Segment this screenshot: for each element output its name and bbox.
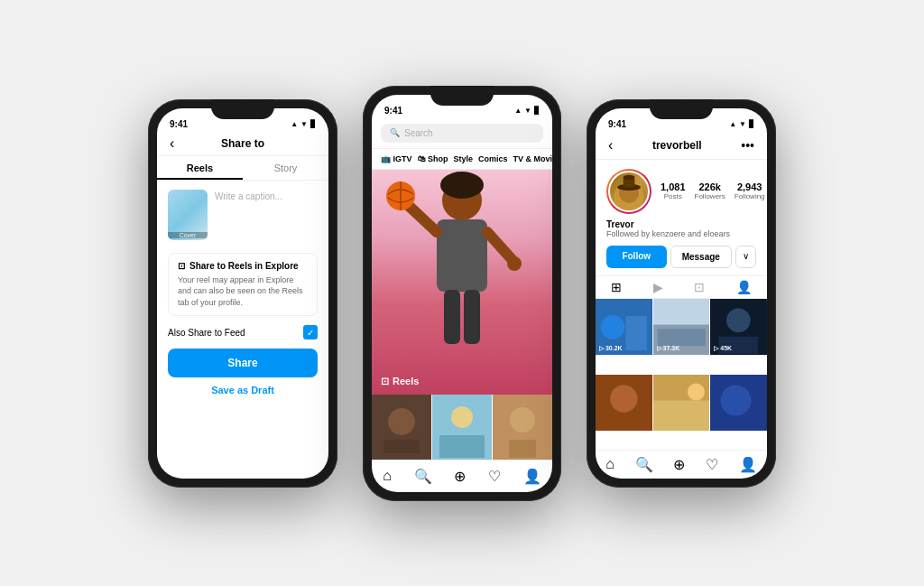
nav-home[interactable]: ⌂ [605, 456, 614, 472]
signal-icon: ▲ [729, 120, 736, 128]
following-count: 2,943 [735, 181, 765, 192]
grid-item-1[interactable] [372, 395, 431, 460]
nav-home[interactable]: ⌂ [383, 468, 392, 484]
cat-tv[interactable]: TV & Movi... [513, 154, 552, 163]
phone-3-screen: 9:41 ▲ ▼ ▊ ‹ trevorbell ••• [596, 108, 767, 479]
display-name: Trevor [606, 219, 756, 229]
battery-icon: ▊ [749, 120, 754, 128]
svg-rect-2 [437, 219, 487, 292]
phone-2: 9:41 ▲ ▼ ▊ 🔍 Search 📺 IGTV 🛍 Shop Style [363, 86, 561, 501]
grid-item-6[interactable] [710, 375, 767, 432]
back-button[interactable]: ‹ [170, 135, 174, 152]
explore-grid [372, 395, 552, 460]
nav-profile[interactable]: 👤 [739, 456, 757, 473]
svg-rect-9 [464, 290, 480, 344]
message-button[interactable]: Message [670, 246, 733, 268]
phone-1-screen: 9:41 ▲ ▼ ▊ ‹ Share to Reels Story [157, 108, 328, 479]
grid-item-2[interactable] [432, 395, 492, 460]
also-share-label: Also Share to Feed [168, 328, 245, 338]
person-illustration [381, 170, 543, 395]
svg-line-6 [487, 232, 512, 259]
svg-point-11 [388, 408, 415, 435]
svg-rect-12 [383, 440, 420, 453]
back-button[interactable]: ‹ [608, 137, 613, 153]
share-feed-checkbox[interactable]: ✓ [303, 325, 318, 340]
grid-item-5[interactable] [653, 375, 710, 432]
phone-3: 9:41 ▲ ▼ ▊ ‹ trevorbell ••• [587, 99, 776, 488]
phone-3-time: 9:41 [608, 119, 626, 129]
section-description: Your reel may appear in Explore and can … [178, 274, 308, 309]
video-thumbnail: Cover [168, 190, 208, 240]
media-caption-row: Cover Write a caption... [168, 190, 318, 240]
svg-point-37 [688, 383, 705, 400]
tagged-photos-icon[interactable]: 👤 [736, 280, 752, 294]
nav-heart[interactable]: ♡ [488, 468, 501, 485]
svg-rect-15 [439, 435, 485, 458]
more-options-icon[interactable]: ••• [741, 138, 754, 153]
phone-1-notch [211, 99, 274, 119]
svg-point-14 [451, 406, 473, 428]
section-title-row: ⊡ Share to Reels in Explore [178, 261, 308, 271]
nav-search[interactable]: 🔍 [635, 456, 653, 473]
phone-1-content: Cover Write a caption... ⊡ Share to Reel… [157, 181, 328, 479]
cat-igtv[interactable]: 📺 IGTV [381, 154, 412, 163]
view-count-1: ▷ 30.2K [599, 345, 623, 352]
avatar-image [608, 171, 650, 212]
phone-3-status-icons: ▲ ▼ ▊ [729, 120, 754, 128]
followers-count: 226k [695, 181, 725, 192]
follow-button[interactable]: Follow [606, 246, 667, 268]
nav-add[interactable]: ⊕ [673, 456, 685, 473]
svg-rect-29 [657, 329, 705, 346]
svg-rect-18 [509, 440, 536, 458]
svg-rect-26 [625, 315, 647, 349]
save-draft-button[interactable]: Save as Draft [168, 385, 318, 395]
caption-input[interactable]: Write a caption... [215, 190, 318, 240]
dropdown-button[interactable]: ∨ [735, 246, 756, 268]
phone-2-notch [430, 86, 494, 106]
signal-icon: ▲ [514, 107, 522, 115]
search-bar[interactable]: 🔍 Search [381, 124, 543, 143]
photo-grid: ▷ 30.2K ▷ 37.3K ▷ 45K [596, 299, 767, 450]
page-title: Share to [221, 137, 264, 150]
main-reel-image: ⊡ Reels [372, 170, 552, 395]
phone-3-notch [650, 99, 713, 119]
name-section: Trevor Followed by kenzoere and eloears [596, 219, 767, 242]
grid-item-1[interactable]: ▷ 30.2K [596, 299, 652, 356]
wifi-icon: ▼ [739, 120, 746, 128]
tab-story[interactable]: Story [243, 156, 328, 180]
grid-tab-icon[interactable]: ⊞ [611, 280, 622, 294]
nav-add[interactable]: ⊕ [454, 468, 466, 485]
phones-container: 9:41 ▲ ▼ ▊ ‹ Share to Reels Story [130, 68, 794, 519]
svg-point-7 [507, 256, 522, 271]
also-share-row: Also Share to Feed ✓ [168, 325, 318, 340]
category-tabs: 📺 IGTV 🛍 Shop Style Comics TV & Movi... [372, 149, 552, 170]
cat-shop[interactable]: 🛍 Shop [418, 154, 448, 163]
phone-1-header: ‹ Share to [157, 134, 328, 156]
svg-rect-36 [653, 400, 710, 431]
svg-rect-8 [444, 290, 460, 344]
search-placeholder: Search [404, 128, 433, 138]
tagged-tab-icon[interactable]: ⊡ [694, 280, 705, 294]
grid-item-4[interactable] [596, 375, 652, 432]
grid-item-2[interactable]: ▷ 37.3K [653, 299, 710, 356]
posts-label: Posts [661, 192, 686, 200]
reels-tab-icon[interactable]: ▶ [653, 280, 663, 294]
cat-style[interactable]: Style [454, 154, 474, 163]
tab-reels[interactable]: Reels [157, 156, 243, 180]
nav-heart[interactable]: ♡ [706, 456, 718, 473]
action-buttons-row: Follow Message ∨ [596, 242, 767, 275]
grid-item-3[interactable] [493, 395, 552, 460]
cover-label: Cover [168, 232, 208, 238]
share-button[interactable]: Share [168, 349, 318, 377]
svg-point-23 [624, 174, 635, 179]
profile-header: ‹ trevorbell ••• [596, 134, 767, 160]
reels-icon: ⊡ [381, 376, 389, 387]
svg-line-3 [408, 205, 437, 232]
nav-search[interactable]: 🔍 [414, 468, 432, 485]
cat-comics[interactable]: Comics [478, 154, 508, 163]
profile-info: 1,081 Posts 226k Followers 2,943 Followi… [596, 160, 767, 219]
posts-stat: 1,081 Posts [661, 181, 686, 200]
nav-profile[interactable]: 👤 [523, 468, 541, 485]
svg-point-1 [440, 172, 484, 199]
grid-item-3[interactable]: ▷ 45K [710, 299, 767, 356]
